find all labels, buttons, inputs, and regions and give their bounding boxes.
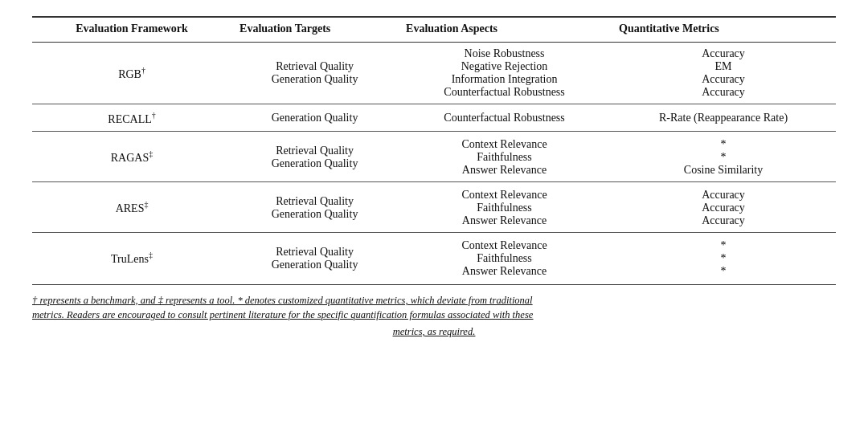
footnote-line3: metrics, as required. bbox=[32, 324, 836, 340]
table-row: RAGAS‡Retrieval QualityGeneration Qualit… bbox=[32, 131, 836, 181]
evaluation-aspects: Context RelevanceFaithfulnessAnswer Rele… bbox=[398, 181, 611, 232]
evaluation-table: Evaluation Framework Evaluation Targets … bbox=[32, 16, 836, 285]
table-row: RECALL†Generation QualityCounterfactual … bbox=[32, 104, 836, 132]
quantitative-metrics: AccuracyEMAccuracyAccuracy bbox=[611, 43, 836, 104]
framework-name: ARES‡ bbox=[32, 181, 231, 232]
table-row: TruLens‡Retrieval QualityGeneration Qual… bbox=[32, 232, 836, 284]
footnote-text-1: † represents a benchmark, and ‡ represen… bbox=[32, 295, 533, 306]
col-header-metrics: Quantitative Metrics bbox=[611, 17, 836, 43]
evaluation-targets: Retrieval QualityGeneration Quality bbox=[231, 43, 398, 104]
underlined-text-2: metrics, as required. bbox=[393, 326, 476, 337]
quantitative-metrics: AccuracyAccuracyAccuracy bbox=[611, 181, 836, 232]
evaluation-targets: Retrieval QualityGeneration Quality bbox=[231, 181, 398, 232]
evaluation-aspects: Context RelevanceFaithfulnessAnswer Rele… bbox=[398, 131, 611, 181]
framework-name: RGB† bbox=[32, 43, 231, 104]
table-row: RGB†Retrieval QualityGeneration QualityN… bbox=[32, 43, 836, 104]
col-header-targets: Evaluation Targets bbox=[231, 17, 398, 43]
evaluation-table-container: Evaluation Framework Evaluation Targets … bbox=[32, 16, 836, 340]
header-row: Evaluation Framework Evaluation Targets … bbox=[32, 17, 836, 43]
table-row: ARES‡Retrieval QualityGeneration Quality… bbox=[32, 181, 836, 232]
footnote-text-3: metrics, as required. bbox=[393, 326, 476, 337]
col-header-aspects: Evaluation Aspects bbox=[398, 17, 611, 43]
evaluation-aspects: Context RelevanceFaithfulnessAnswer Rele… bbox=[398, 232, 611, 284]
footnote-line2: metrics. Readers are encouraged to consu… bbox=[32, 308, 836, 323]
footnote-line1: † represents a benchmark, and ‡ represen… bbox=[32, 293, 836, 308]
evaluation-targets: Retrieval QualityGeneration Quality bbox=[231, 232, 398, 284]
quantitative-metrics: *** bbox=[611, 232, 836, 284]
framework-name: RAGAS‡ bbox=[32, 131, 231, 181]
footnote-text-2: metrics. Readers are encouraged to consu… bbox=[32, 309, 533, 320]
quantitative-metrics: R-Rate (Reappearance Rate) bbox=[611, 104, 836, 132]
evaluation-aspects: Noise RobustnessNegative RejectionInform… bbox=[398, 43, 611, 104]
evaluation-targets: Generation Quality bbox=[231, 104, 398, 132]
evaluation-aspects: Counterfactual Robustness bbox=[398, 104, 611, 132]
framework-name: RECALL† bbox=[32, 104, 231, 132]
quantitative-metrics: **Cosine Similarity bbox=[611, 131, 836, 181]
col-header-framework: Evaluation Framework bbox=[32, 17, 231, 43]
framework-name: TruLens‡ bbox=[32, 232, 231, 284]
evaluation-targets: Retrieval QualityGeneration Quality bbox=[231, 131, 398, 181]
footnote: † represents a benchmark, and ‡ represen… bbox=[32, 293, 836, 340]
underlined-text: metrics. Readers are encouraged to consu… bbox=[32, 309, 533, 320]
